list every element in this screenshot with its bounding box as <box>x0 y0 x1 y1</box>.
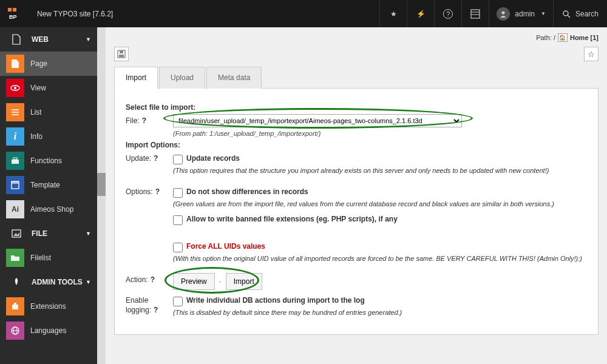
import-button[interactable]: Import <box>226 273 262 290</box>
bookmark-icon[interactable]: ★ <box>379 0 407 27</box>
svg-rect-20 <box>12 305 18 309</box>
help-icon[interactable]: ? <box>154 154 158 163</box>
sidebar-item-languages[interactable]: Languages <box>0 318 97 343</box>
chevron-down-icon: ▼ <box>86 36 91 42</box>
options-label: Options:? <box>126 185 173 196</box>
sidebar-group-admin[interactable]: ADMIN TOOLS ▼ <box>0 270 97 294</box>
update-label: Update:? <box>126 152 173 163</box>
sidebar-item-functions[interactable]: Functions <box>0 149 97 173</box>
folder-icon <box>6 249 24 267</box>
tab-metadata[interactable]: Meta data <box>206 67 262 89</box>
action-label: Action:? <box>126 273 173 284</box>
svg-rect-27 <box>120 51 123 53</box>
sidebar-item-template[interactable]: Template <box>0 173 97 197</box>
import-panel: Select file to import: File:? fileadmin/… <box>114 89 599 335</box>
sidebar-item-page[interactable]: Page <box>0 52 97 76</box>
search-icon <box>562 10 571 18</box>
sidebar-item-filelist[interactable]: Filelist <box>0 246 97 270</box>
content-area: Path: / 🏠 Home [1] ☆ Import Upload Meta … <box>106 27 607 364</box>
info-icon: i <box>6 127 24 146</box>
chevron-down-icon: ▼ <box>86 279 91 285</box>
image-icon <box>7 224 25 243</box>
sidebar-item-list[interactable]: List <box>0 100 97 124</box>
chevron-down-icon: ▼ <box>86 231 91 237</box>
sidebar-item-info[interactable]: i Info <box>0 124 97 149</box>
template-icon <box>6 176 24 194</box>
force-uids-label: Force ALL UIDs values <box>186 242 265 251</box>
path-bar: Path: / 🏠 Home [1] <box>106 27 607 46</box>
rocket-icon <box>7 273 25 291</box>
update-records-label: Update records <box>186 154 240 163</box>
svg-rect-17 <box>12 181 19 184</box>
sidebar-item-extensions[interactable]: Extensions <box>0 294 97 318</box>
banned-ext-checkbox[interactable] <box>173 215 183 225</box>
typo3-logo-icon[interactable]: BP <box>0 0 27 27</box>
page-icon <box>6 55 24 73</box>
force-uids-checkbox[interactable] <box>173 243 183 252</box>
help-icon[interactable]: ? <box>155 187 160 196</box>
help-icon[interactable]: ? <box>142 116 146 125</box>
logging-label: Enable logging:? <box>126 294 173 315</box>
update-records-checkbox[interactable] <box>173 155 183 164</box>
user-avatar-icon <box>497 7 510 21</box>
file-label: File:? <box>126 114 173 125</box>
application-icon[interactable] <box>461 0 489 27</box>
tab-import[interactable]: Import <box>114 67 158 89</box>
globe-icon <box>6 322 24 340</box>
logging-checkbox[interactable] <box>173 297 183 306</box>
from-path-text: (From path: 1:/user_upload/_temp_/import… <box>173 130 587 137</box>
caret-down-icon: ▼ <box>541 11 546 16</box>
search-button[interactable]: Search <box>553 0 607 27</box>
update-records-desc: (This option requires that the structure… <box>173 167 587 174</box>
help-icon[interactable]: ? <box>151 275 155 284</box>
svg-point-7 <box>563 11 568 16</box>
svg-rect-21 <box>14 303 16 305</box>
no-diff-label: Do not show differences in records <box>186 187 308 196</box>
logging-label-text: Write individual DB actions during impor… <box>186 296 365 305</box>
logging-desc: (This is disabled by default since there… <box>173 309 587 316</box>
user-menu[interactable]: admin ▼ <box>489 0 553 27</box>
svg-point-10 <box>14 87 16 89</box>
module-sidebar: WEB ▼ Page View List i Info Functions Te… <box>0 27 97 364</box>
doc-header: ☆ <box>106 46 607 66</box>
svg-rect-3 <box>471 10 480 18</box>
help-icon[interactable]: ? <box>434 0 461 27</box>
toolbox-icon <box>6 152 24 170</box>
svg-rect-26 <box>119 55 124 57</box>
topbar: BP New TYPO3 site [7.6.2] ★ ⚡ ? admin ▼ … <box>0 0 607 27</box>
preview-button[interactable]: Preview <box>173 273 215 290</box>
svg-text:BP: BP <box>9 14 17 20</box>
sidebar-item-view[interactable]: View <box>0 76 97 100</box>
select-file-title: Select file to import: <box>126 103 587 112</box>
pagetree-toggle-handle[interactable] <box>97 173 106 196</box>
sidebar-item-aimeos[interactable]: Ai Aimeos Shop <box>0 197 97 221</box>
user-label: admin <box>515 10 535 18</box>
plugin-icon <box>6 297 24 315</box>
aimeos-icon: Ai <box>6 200 24 218</box>
cache-flash-icon[interactable]: ⚡ <box>407 0 434 27</box>
svg-rect-1 <box>13 8 16 12</box>
eye-icon <box>6 79 24 97</box>
site-title: New TYPO3 site [7.6.2] <box>27 10 123 18</box>
help-icon[interactable]: ? <box>154 306 158 315</box>
file-select[interactable]: fileadmin/user_upload/_temp_/importexpor… <box>173 114 462 127</box>
sidebar-group-file[interactable]: FILE ▼ <box>0 221 97 246</box>
home-page-icon: 🏠 <box>558 33 568 42</box>
no-diff-checkbox[interactable] <box>173 188 183 198</box>
pagetree-collapsed <box>97 27 106 364</box>
add-bookmark-button[interactable]: ☆ <box>584 47 599 61</box>
svg-marker-19 <box>13 232 19 236</box>
save-action-icon[interactable] <box>114 47 129 61</box>
no-diff-desc: (Green values are from the import file, … <box>173 200 587 207</box>
svg-rect-0 <box>8 8 12 12</box>
list-icon <box>6 103 24 121</box>
path-home-link[interactable]: Home [1] <box>570 34 599 41</box>
svg-rect-14 <box>12 160 19 164</box>
doc-icon <box>7 30 25 49</box>
banned-ext-label: Allow to write banned file extensions (e… <box>186 215 398 223</box>
svg-point-6 <box>502 11 505 14</box>
sidebar-group-web[interactable]: WEB ▼ <box>0 27 97 52</box>
import-options-title: Import Options: <box>126 141 587 149</box>
tab-upload[interactable]: Upload <box>159 67 205 89</box>
search-label: Search <box>575 10 599 18</box>
